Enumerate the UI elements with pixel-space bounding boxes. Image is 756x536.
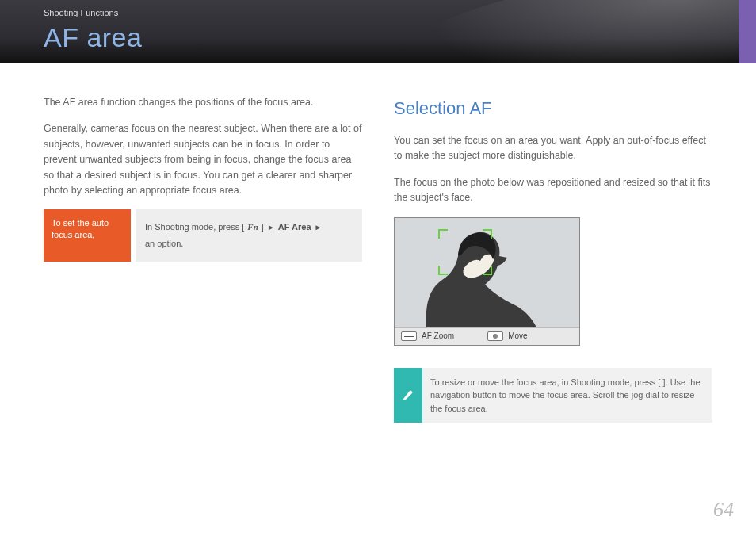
focus-corner-icon [438,266,448,275]
arrow-icon: ► [315,221,323,234]
right-paragraph-1: You can set the focus on an area you wan… [394,133,712,164]
page-header: Shooting Functions AF area [0,0,756,63]
page-root: Shooting Functions AF area The AF area f… [0,0,756,536]
fn-key-label: Fn [247,220,258,234]
af-zoom-label: AF Zoom [422,330,454,343]
instr-text-suffix: an option. [145,237,183,251]
focus-corner-icon [438,229,448,239]
move-pad-icon [487,331,503,341]
right-paragraph-2: The focus on the photo below was reposit… [394,175,712,206]
focus-corner-icon [483,266,492,275]
instruction-row: To set the auto focus area, In Shooting … [44,209,362,262]
left-paragraph-2: Generally, cameras focus on the nearest … [44,121,362,198]
move-label: Move [508,330,527,343]
instr-af-area: AF Area [278,220,311,234]
note-box: To resize or move the focus area, in Sho… [394,368,712,423]
instr-text-prefix: In Shooting mode, press [ [145,220,244,234]
instruction-steps-box: In Shooting mode, press [Fn] ► AF Area ►… [136,209,362,262]
zoom-dial-icon [401,331,417,341]
focus-corner-icon [483,229,492,239]
example-photo-frame: AF Zoom Move [394,217,580,346]
arrow-icon: ► [267,221,275,234]
example-photo [395,218,579,327]
note-pencil-icon [394,368,422,423]
af-focus-indicator [438,229,492,275]
page-number: 64 [713,498,734,522]
left-column: The AF area function changes the positio… [44,95,362,423]
instruction-label-box: To set the auto focus area, [44,209,131,262]
header-purple-tab [739,0,756,63]
left-paragraph-1: The AF area function changes the positio… [44,95,362,110]
header-decoration [387,0,756,63]
right-column: Selection AF You can set the focus on an… [394,95,712,423]
photo-control-bar: AF Zoom Move [395,327,579,345]
section-label: Shooting Functions [44,8,118,17]
instr-text-mid1: ] [262,220,264,234]
content-area: The AF area function changes the positio… [0,63,756,423]
subheading-selection-af: Selection AF [394,95,712,122]
note-text: To resize or move the focus area, in Sho… [430,368,712,423]
page-title: AF area [44,22,142,53]
